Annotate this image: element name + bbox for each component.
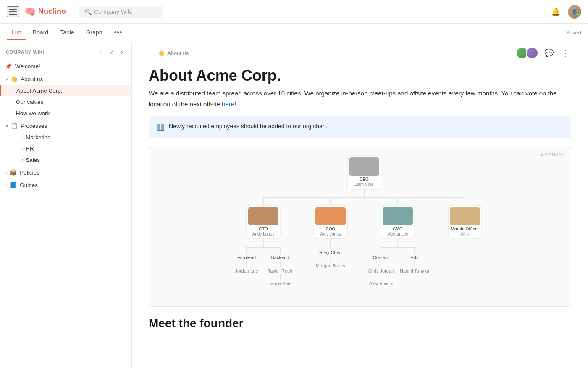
taylor-reed-label: Taylor Reed — [268, 268, 293, 273]
content-label: Content — [373, 255, 389, 260]
svg-text:CTO: CTO — [259, 227, 268, 231]
chris-jordan-label: Chris Jordan — [368, 268, 394, 273]
doc-header-actions: 💬 ⋮ — [516, 46, 571, 60]
breadcrumb: 👋 About us — [149, 50, 189, 56]
document-title: About Acme Corp. — [132, 60, 588, 88]
alex-rivera-label: Alex Rivera — [369, 281, 393, 286]
canvas-text: CANVAS — [545, 152, 565, 157]
search-bar[interactable]: 🔍 Company Wiki — [79, 6, 163, 18]
org-chart-wrapper: CEO Liam Cole — [149, 147, 571, 303]
sidebar-item-our-values[interactable]: Our values ☐ — [0, 96, 131, 108]
svg-text:Liam Cole: Liam Cole — [354, 182, 373, 187]
tab-bar: List Board Table Graph ••• Saved — [0, 24, 588, 42]
logo[interactable]: 🧠 Nuclino — [24, 6, 66, 17]
main-layout: COMPANY WIKI + ⤢ « 📌 Welcome! ▾ 👋 About … — [0, 42, 588, 368]
svg-text:Amy Jones: Amy Jones — [320, 232, 341, 236]
link-here[interactable]: here — [222, 101, 234, 108]
sidebar-label-hr: HR — [26, 146, 121, 152]
hamburger-button[interactable] — [7, 6, 19, 17]
canvas-label: ⊞ CANVAS — [539, 151, 565, 157]
chevron-down-icon-processes: ▾ — [6, 124, 8, 128]
doc-header-bar: 👋 About us 💬 ⋮ — [132, 42, 588, 60]
sidebar-group-about: ▾ 👋 About us ☐ About Acme Corp. ☐ Our va… — [0, 73, 131, 119]
chevron-right-policies: › — [6, 170, 7, 175]
tab-more-button[interactable]: ••• — [111, 26, 126, 39]
sidebar-item-how-we-work[interactable]: How we work ☐ — [0, 108, 131, 119]
tab-board[interactable]: Board — [28, 26, 53, 40]
chevron-right-guides: › — [6, 183, 7, 188]
collapse-sidebar-button[interactable]: « — [118, 47, 126, 57]
sidebar-item-processes[interactable]: ▾ 📋 Processes ☐ — [0, 120, 131, 132]
sidebar-group-guides: › 📘 Guides ☐ — [0, 179, 131, 191]
ceo-node[interactable]: CEO Liam Cole — [347, 156, 381, 189]
sidebar-item-hr[interactable]: › HR ☐ — [0, 143, 131, 154]
bell-button[interactable]: 🔔 — [549, 5, 562, 18]
jordan-lee-label: Jordan Lee — [235, 268, 258, 273]
ads-label: Ads — [411, 255, 419, 260]
svg-rect-11 — [248, 207, 278, 225]
meet-founder-title: Meet the founder — [149, 317, 571, 330]
svg-text:Milo: Milo — [461, 232, 469, 236]
sidebar-actions: + ⤢ « — [97, 47, 126, 57]
user-avatar[interactable]: 👤 — [568, 5, 581, 19]
add-item-button[interactable]: + — [97, 47, 105, 57]
sidebar-item-marketing[interactable]: › Marketing ☐ — [0, 132, 131, 143]
riley-chen-label: Riley Chen — [319, 250, 342, 255]
svg-rect-19 — [383, 207, 413, 225]
svg-text:CMO: CMO — [393, 227, 403, 231]
callout-text: Newly recruited employees should be adde… — [169, 122, 328, 131]
cmo-node[interactable]: CMO Megan Lee — [381, 205, 415, 239]
search-placeholder: Company Wiki — [94, 8, 132, 15]
sidebar-item-policies[interactable]: › 📦 Policies ☐ — [0, 167, 131, 178]
chevron-down-icon: ▾ — [6, 77, 8, 82]
sidebar-label-our-values: Our values — [16, 99, 121, 105]
doc-checkbox[interactable] — [149, 50, 155, 56]
pin-icon: 📌 — [5, 63, 12, 69]
sidebar-item-sales[interactable]: › Sales ☐ — [0, 154, 131, 166]
sidebar-label-about-us: About us — [21, 76, 121, 82]
sidebar-label-about-acme: About Acme Corp. — [16, 87, 121, 94]
canvas-icon: ⊞ — [539, 151, 543, 157]
svg-text:Morale Officer: Morale Officer — [451, 227, 479, 231]
sidebar-header: COMPANY WIKI + ⤢ « — [0, 42, 131, 60]
comment-button[interactable]: 💬 — [543, 47, 555, 59]
svg-text:Andy Lopez: Andy Lopez — [252, 232, 275, 236]
about-us-icon: 👋 — [10, 76, 18, 82]
svg-rect-15 — [315, 207, 346, 225]
info-icon: ℹ️ — [156, 122, 165, 132]
backend-label: Backend — [271, 255, 289, 260]
sidebar-item-about-acme[interactable]: About Acme Corp. ☐ — [0, 85, 131, 96]
tab-list[interactable]: List — [7, 26, 26, 40]
sidebar-item-welcome[interactable]: 📌 Welcome! — [0, 60, 131, 72]
chevron-right-hr: › — [22, 146, 23, 151]
sidebar-group-processes: ▾ 📋 Processes ☐ › Marketing ☐ › HR ☐ › S… — [0, 120, 131, 166]
sidebar-group-policies: › 📦 Policies ☐ — [0, 167, 131, 178]
policies-icon: 📦 — [10, 169, 17, 176]
sidebar-item-about-us[interactable]: ▾ 👋 About us ☐ — [0, 73, 131, 85]
breadcrumb-text: About us — [167, 50, 189, 56]
more-options-button[interactable]: ⋮ — [559, 46, 571, 60]
sidebar-label-policies: Policies — [20, 169, 121, 176]
sidebar-label-guides: Guides — [20, 182, 121, 188]
coo-node[interactable]: COO Amy Jones — [314, 205, 347, 239]
logo-text: Nuclino — [38, 7, 66, 16]
sidebar-label-how-we-work: How we work — [16, 110, 121, 116]
logo-icon: 🧠 — [24, 6, 36, 17]
sidebar: COMPANY WIKI + ⤢ « 📌 Welcome! ▾ 👋 About … — [0, 42, 132, 368]
sidebar-item-guides[interactable]: › 📘 Guides ☐ — [0, 179, 131, 191]
cto-node[interactable]: CTO Andy Lopez — [247, 205, 280, 239]
svg-text:CEO: CEO — [360, 177, 369, 182]
tab-table[interactable]: Table — [55, 26, 79, 40]
tab-graph[interactable]: Graph — [81, 26, 108, 40]
saved-label: Saved — [566, 29, 581, 36]
nav-left: 🧠 Nuclino 🔍 Company Wiki — [7, 6, 163, 18]
expand-button[interactable]: ⤢ — [107, 47, 116, 57]
org-chart-canvas[interactable]: ⊞ CANVAS CEO Liam Cole — [149, 147, 571, 307]
processes-icon: 📋 — [10, 122, 18, 129]
morale-officer-node[interactable]: Morale Officer Milo — [448, 205, 482, 239]
sidebar-title: COMPANY WIKI — [6, 50, 45, 55]
svg-rect-1 — [349, 157, 379, 176]
guides-icon: 📘 — [10, 182, 17, 188]
chevron-right-sales: › — [22, 158, 23, 162]
svg-rect-23 — [450, 207, 480, 225]
